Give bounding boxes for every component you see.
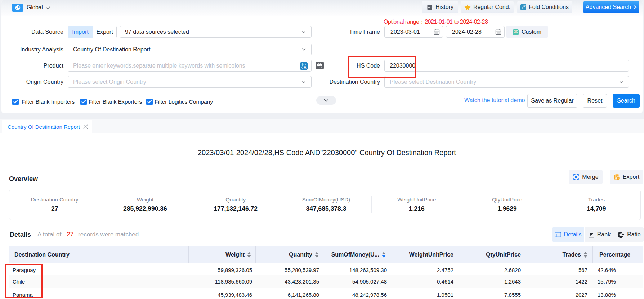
svg-text:A: A	[304, 65, 307, 69]
